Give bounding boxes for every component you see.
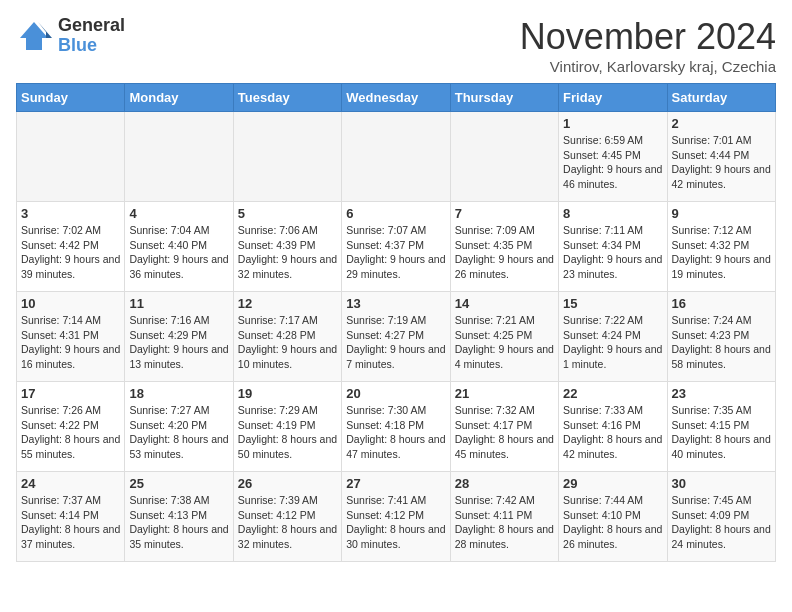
month-title: November 2024 [520,16,776,58]
day-info: Sunrise: 7:07 AM Sunset: 4:37 PM Dayligh… [346,223,445,282]
logo: General Blue [16,16,125,56]
day-number: 24 [21,476,120,491]
calendar-cell: 20Sunrise: 7:30 AM Sunset: 4:18 PM Dayli… [342,382,450,472]
day-number: 17 [21,386,120,401]
calendar-cell [233,112,341,202]
calendar-week-2: 10Sunrise: 7:14 AM Sunset: 4:31 PM Dayli… [17,292,776,382]
calendar-cell: 5Sunrise: 7:06 AM Sunset: 4:39 PM Daylig… [233,202,341,292]
day-number: 10 [21,296,120,311]
calendar-week-3: 17Sunrise: 7:26 AM Sunset: 4:22 PM Dayli… [17,382,776,472]
calendar-cell: 11Sunrise: 7:16 AM Sunset: 4:29 PM Dayli… [125,292,233,382]
day-info: Sunrise: 7:29 AM Sunset: 4:19 PM Dayligh… [238,403,337,462]
day-info: Sunrise: 7:04 AM Sunset: 4:40 PM Dayligh… [129,223,228,282]
calendar-cell: 4Sunrise: 7:04 AM Sunset: 4:40 PM Daylig… [125,202,233,292]
calendar-cell: 15Sunrise: 7:22 AM Sunset: 4:24 PM Dayli… [559,292,667,382]
day-number: 29 [563,476,662,491]
calendar-week-1: 3Sunrise: 7:02 AM Sunset: 4:42 PM Daylig… [17,202,776,292]
day-info: Sunrise: 7:45 AM Sunset: 4:09 PM Dayligh… [672,493,771,552]
day-number: 21 [455,386,554,401]
day-info: Sunrise: 7:17 AM Sunset: 4:28 PM Dayligh… [238,313,337,372]
day-number: 14 [455,296,554,311]
day-info: Sunrise: 7:16 AM Sunset: 4:29 PM Dayligh… [129,313,228,372]
calendar-cell [450,112,558,202]
day-info: Sunrise: 7:06 AM Sunset: 4:39 PM Dayligh… [238,223,337,282]
calendar-cell: 18Sunrise: 7:27 AM Sunset: 4:20 PM Dayli… [125,382,233,472]
calendar-cell [342,112,450,202]
day-number: 6 [346,206,445,221]
day-number: 18 [129,386,228,401]
day-number: 16 [672,296,771,311]
day-number: 27 [346,476,445,491]
calendar-cell: 26Sunrise: 7:39 AM Sunset: 4:12 PM Dayli… [233,472,341,562]
calendar-cell [17,112,125,202]
header-sunday: Sunday [17,84,125,112]
location-subtitle: Vintirov, Karlovarsky kraj, Czechia [520,58,776,75]
calendar-header-row: SundayMondayTuesdayWednesdayThursdayFrid… [17,84,776,112]
day-number: 1 [563,116,662,131]
calendar-cell: 21Sunrise: 7:32 AM Sunset: 4:17 PM Dayli… [450,382,558,472]
day-info: Sunrise: 7:32 AM Sunset: 4:17 PM Dayligh… [455,403,554,462]
logo-blue-text: Blue [58,36,125,56]
calendar-cell: 19Sunrise: 7:29 AM Sunset: 4:19 PM Dayli… [233,382,341,472]
day-number: 4 [129,206,228,221]
calendar-cell: 6Sunrise: 7:07 AM Sunset: 4:37 PM Daylig… [342,202,450,292]
day-number: 11 [129,296,228,311]
day-number: 23 [672,386,771,401]
day-info: Sunrise: 7:27 AM Sunset: 4:20 PM Dayligh… [129,403,228,462]
calendar-cell: 24Sunrise: 7:37 AM Sunset: 4:14 PM Dayli… [17,472,125,562]
day-number: 3 [21,206,120,221]
logo-icon [16,18,52,54]
calendar-cell: 16Sunrise: 7:24 AM Sunset: 4:23 PM Dayli… [667,292,775,382]
calendar-cell: 2Sunrise: 7:01 AM Sunset: 4:44 PM Daylig… [667,112,775,202]
day-info: Sunrise: 7:30 AM Sunset: 4:18 PM Dayligh… [346,403,445,462]
day-info: Sunrise: 7:37 AM Sunset: 4:14 PM Dayligh… [21,493,120,552]
day-number: 15 [563,296,662,311]
day-number: 19 [238,386,337,401]
day-number: 9 [672,206,771,221]
calendar-cell: 25Sunrise: 7:38 AM Sunset: 4:13 PM Dayli… [125,472,233,562]
day-number: 8 [563,206,662,221]
calendar-cell: 1Sunrise: 6:59 AM Sunset: 4:45 PM Daylig… [559,112,667,202]
day-info: Sunrise: 7:14 AM Sunset: 4:31 PM Dayligh… [21,313,120,372]
day-number: 12 [238,296,337,311]
calendar-week-4: 24Sunrise: 7:37 AM Sunset: 4:14 PM Dayli… [17,472,776,562]
calendar-cell: 10Sunrise: 7:14 AM Sunset: 4:31 PM Dayli… [17,292,125,382]
day-info: Sunrise: 7:44 AM Sunset: 4:10 PM Dayligh… [563,493,662,552]
calendar-cell: 14Sunrise: 7:21 AM Sunset: 4:25 PM Dayli… [450,292,558,382]
day-info: Sunrise: 7:24 AM Sunset: 4:23 PM Dayligh… [672,313,771,372]
calendar-cell: 17Sunrise: 7:26 AM Sunset: 4:22 PM Dayli… [17,382,125,472]
day-info: Sunrise: 7:22 AM Sunset: 4:24 PM Dayligh… [563,313,662,372]
calendar-cell: 23Sunrise: 7:35 AM Sunset: 4:15 PM Dayli… [667,382,775,472]
day-info: Sunrise: 6:59 AM Sunset: 4:45 PM Dayligh… [563,133,662,192]
calendar-cell: 3Sunrise: 7:02 AM Sunset: 4:42 PM Daylig… [17,202,125,292]
calendar-cell: 30Sunrise: 7:45 AM Sunset: 4:09 PM Dayli… [667,472,775,562]
calendar-cell: 22Sunrise: 7:33 AM Sunset: 4:16 PM Dayli… [559,382,667,472]
title-block: November 2024 Vintirov, Karlovarsky kraj… [520,16,776,75]
day-info: Sunrise: 7:38 AM Sunset: 4:13 PM Dayligh… [129,493,228,552]
day-info: Sunrise: 7:02 AM Sunset: 4:42 PM Dayligh… [21,223,120,282]
svg-marker-0 [20,22,48,50]
calendar-cell: 28Sunrise: 7:42 AM Sunset: 4:11 PM Dayli… [450,472,558,562]
header-saturday: Saturday [667,84,775,112]
header-friday: Friday [559,84,667,112]
day-info: Sunrise: 7:12 AM Sunset: 4:32 PM Dayligh… [672,223,771,282]
day-number: 28 [455,476,554,491]
day-number: 20 [346,386,445,401]
calendar-table: SundayMondayTuesdayWednesdayThursdayFrid… [16,83,776,562]
header-tuesday: Tuesday [233,84,341,112]
day-info: Sunrise: 7:19 AM Sunset: 4:27 PM Dayligh… [346,313,445,372]
day-info: Sunrise: 7:39 AM Sunset: 4:12 PM Dayligh… [238,493,337,552]
day-info: Sunrise: 7:09 AM Sunset: 4:35 PM Dayligh… [455,223,554,282]
calendar-cell: 12Sunrise: 7:17 AM Sunset: 4:28 PM Dayli… [233,292,341,382]
calendar-week-0: 1Sunrise: 6:59 AM Sunset: 4:45 PM Daylig… [17,112,776,202]
calendar-cell: 13Sunrise: 7:19 AM Sunset: 4:27 PM Dayli… [342,292,450,382]
day-number: 22 [563,386,662,401]
calendar-cell: 9Sunrise: 7:12 AM Sunset: 4:32 PM Daylig… [667,202,775,292]
calendar-cell: 8Sunrise: 7:11 AM Sunset: 4:34 PM Daylig… [559,202,667,292]
day-number: 30 [672,476,771,491]
day-number: 7 [455,206,554,221]
calendar-cell: 27Sunrise: 7:41 AM Sunset: 4:12 PM Dayli… [342,472,450,562]
day-number: 2 [672,116,771,131]
header-monday: Monday [125,84,233,112]
day-info: Sunrise: 7:26 AM Sunset: 4:22 PM Dayligh… [21,403,120,462]
